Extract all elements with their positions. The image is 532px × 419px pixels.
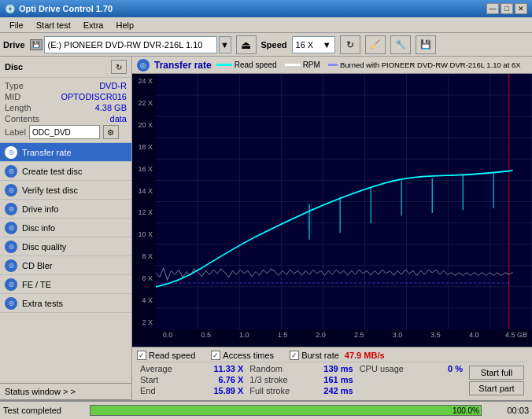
menu-help[interactable]: Help: [109, 19, 140, 31]
y-label-8x: 8 X: [134, 251, 154, 262]
format-button[interactable]: 🔧: [390, 35, 411, 54]
access-times-checkbox-label: Access times: [223, 351, 274, 360]
save-button[interactable]: 💾: [416, 35, 436, 54]
refresh-button[interactable]: ↻: [340, 35, 360, 54]
nav-disc-info[interactable]: ◎ Disc info: [0, 219, 131, 237]
mid-value: OPTODISCR016: [61, 92, 127, 101]
minimize-button[interactable]: —: [486, 3, 499, 14]
x-label-30: 3.0: [386, 331, 409, 339]
status-window-button[interactable]: Status window > >: [0, 383, 131, 400]
extra-tests-icon: ◎: [5, 297, 17, 310]
nav-cd-bler[interactable]: ◎ CD Bler: [0, 256, 131, 275]
burst-rate-value: 47.9 MB/s: [345, 351, 385, 360]
menu-file[interactable]: File: [3, 19, 30, 31]
nav-verify-test-disc[interactable]: ◎ Verify test disc: [0, 181, 131, 200]
close-button[interactable]: ✕: [515, 3, 527, 14]
read-speed-checkbox[interactable]: ✓: [137, 351, 146, 360]
stats-checkboxes: ✓ Read speed ✓ Access times ✓ Burst rate…: [137, 349, 527, 362]
drive-icon: 💾: [30, 39, 42, 50]
disc-info-section: Type DVD-R MID OPTODISCR016 Length 4.38 …: [0, 78, 131, 143]
y-axis: 24 X 22 X 20 X 18 X 16 X 14 X 12 X 10 X …: [132, 74, 156, 329]
eject-button[interactable]: ⏏: [236, 35, 257, 54]
y-label-4x: 4 X: [134, 295, 154, 306]
left-panel: Disc ↻ Type DVD-R MID OPTODISCR016 Lengt…: [0, 57, 132, 400]
x-label-20: 2.0: [309, 331, 333, 339]
nav-disc-quality[interactable]: ◎ Disc quality: [0, 237, 131, 256]
speed-label: Speed: [261, 40, 287, 50]
length-value: 4.38 GB: [95, 103, 127, 112]
nav-disc-quality-label: Disc quality: [22, 242, 66, 252]
nav-disc-info-label: Disc info: [22, 223, 55, 233]
nav-create-test-disc[interactable]: ◎ Create test disc: [0, 162, 131, 181]
y-label-14x: 14 X: [134, 186, 154, 197]
type-label: Type: [5, 81, 24, 90]
y-label-22x: 22 X: [134, 97, 154, 108]
label-label: Label: [5, 127, 26, 137]
drive-info-icon: ◎: [5, 203, 17, 215]
disc-refresh-button[interactable]: ↻: [111, 60, 127, 74]
app-icon: 💿: [5, 4, 16, 14]
length-label: Length: [5, 103, 31, 112]
chart-title: Transfer rate: [154, 60, 212, 71]
start-part-button[interactable]: Start part: [469, 381, 524, 395]
x-label-10: 1.0: [232, 331, 256, 339]
end-value: 15.89 X: [213, 386, 243, 395]
label-settings-button[interactable]: ⚙: [103, 125, 119, 139]
progress-percent: 100.0%: [453, 406, 479, 417]
status-bar: Test completed 100.0% 00:03: [0, 400, 532, 419]
x-label-0: 0.0: [156, 331, 179, 339]
nav-extra-tests[interactable]: ◎ Extra tests: [0, 294, 131, 313]
create-test-disc-icon: ◎: [5, 165, 17, 178]
start-full-button[interactable]: Start full: [469, 366, 524, 380]
type-value: DVD-R: [99, 81, 127, 90]
right-panel: ◎ Transfer rate Read speed RPM Burned wi…: [132, 57, 532, 400]
access-times-checkbox[interactable]: ✓: [211, 351, 220, 360]
menu-start-test[interactable]: Start test: [30, 19, 77, 31]
stats-rows: Average 11.33 X Start 6.76 X End 15.89 X: [137, 362, 527, 399]
chart-svg: [156, 74, 532, 329]
maximize-button[interactable]: □: [501, 3, 513, 14]
x-label-45: 4.5 GB: [501, 331, 532, 339]
progress-bar: 100.0%: [90, 405, 482, 416]
label-input[interactable]: [29, 125, 100, 139]
nav-drive-info[interactable]: ◎ Drive info: [0, 200, 131, 219]
x-axis: 0.0 0.5 1.0 1.5 2.0 2.5 3.0 3.5 4.0 4.5 …: [156, 329, 532, 347]
x-label-35: 3.5: [424, 331, 448, 339]
status-window-label: Status window > >: [5, 387, 76, 396]
menu-bar: File Start test Extra Help: [0, 17, 532, 33]
nav-transfer-rate[interactable]: ◎ Transfer rate: [0, 143, 131, 162]
full-stroke-value: 242 ms: [323, 386, 353, 395]
status-text: Test completed: [3, 406, 82, 415]
y-label-24x: 24 X: [134, 75, 154, 86]
speed-select[interactable]: 16 X▼: [292, 36, 335, 53]
contents-label: Contents: [5, 114, 39, 123]
y-label-2x: 2 X: [134, 317, 154, 328]
erase-button[interactable]: 🧹: [365, 35, 386, 54]
y-label-12x: 12 X: [134, 207, 154, 218]
chart-icon: ◎: [137, 59, 150, 72]
x-label-25: 2.5: [347, 331, 371, 339]
nav-fe-te-label: FE / TE: [22, 280, 51, 289]
burst-rate-checkbox[interactable]: ✓: [290, 351, 299, 360]
stats-bar: ✓ Read speed ✓ Access times ✓ Burst rate…: [132, 347, 532, 400]
verify-test-disc-icon: ◎: [5, 184, 17, 197]
start-value: 6.76 X: [219, 375, 244, 384]
legend-burned: Burned with PIONEER DVD-RW DVR-216L 1.10…: [340, 61, 521, 69]
chart-legend: Read speed RPM Burned with PIONEER DVD-R…: [216, 61, 521, 69]
random-value: 139 ms: [323, 364, 353, 373]
nav-items: ◎ Transfer rate ◎ Create test disc ◎ Ver…: [0, 143, 131, 383]
menu-extra[interactable]: Extra: [77, 19, 110, 31]
x-label-05: 0.5: [194, 331, 218, 339]
chart-container: [156, 74, 532, 329]
x-label-15: 1.5: [271, 331, 294, 339]
y-label-18x: 18 X: [134, 142, 154, 153]
stats-col-1: Average 11.33 X Start 6.76 X End 15.89 X: [137, 362, 246, 399]
transfer-rate-icon: ◎: [5, 146, 17, 159]
mid-label: MID: [5, 92, 20, 101]
nav-verify-test-disc-label: Verify test disc: [22, 186, 78, 195]
drive-select[interactable]: (E:) PIONEER DVD-RW DVR-216L 1.10: [44, 36, 217, 53]
nav-transfer-rate-label: Transfer rate: [22, 148, 72, 157]
burst-rate-checkbox-label: Burst rate: [301, 351, 339, 360]
drive-dropdown-arrow[interactable]: ▼: [219, 36, 231, 53]
nav-fe-te[interactable]: ◎ FE / TE: [0, 275, 131, 294]
